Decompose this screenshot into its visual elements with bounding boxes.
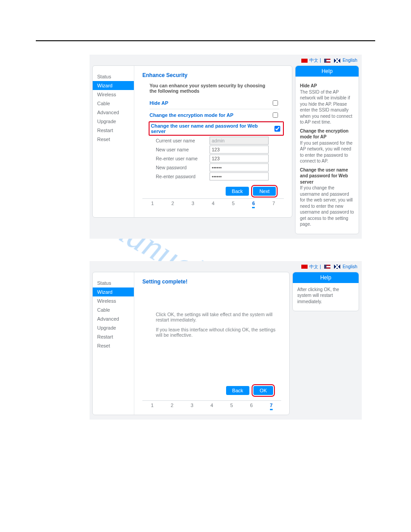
new-username-input[interactable] <box>210 146 269 154</box>
section-encryption[interactable]: Change the encryption mode for AP <box>150 109 279 121</box>
sidebar-item-upgrade[interactable]: Upgrade <box>93 117 134 126</box>
step-2[interactable]: 2 <box>171 403 173 410</box>
step-1[interactable]: 1 <box>151 201 154 208</box>
sidebar-item-advanced[interactable]: Advanced <box>93 314 134 323</box>
lang-en-link[interactable]: English <box>342 264 357 269</box>
step-7[interactable]: 7 <box>272 201 275 208</box>
new-username-label: New user name <box>156 147 210 152</box>
complete-msg2: If you leave this interface without clic… <box>156 327 281 338</box>
step-7[interactable]: 7 <box>270 403 273 410</box>
sidebar-item-reset[interactable]: Reset <box>93 341 134 350</box>
flag-cn-icon <box>301 265 308 269</box>
sidebar-item-wireless[interactable]: Wireless <box>93 296 134 305</box>
reenter-username-label: Re-enter user name <box>156 156 210 161</box>
step-5[interactable]: 5 <box>232 201 235 208</box>
step-indicator: 1 2 3 4 5 6 7 <box>142 400 281 410</box>
language-bar: 中文 | English <box>92 263 359 272</box>
step-4[interactable]: 4 <box>212 201 214 208</box>
complete-msg1: Click OK, the settings will take effect … <box>156 312 281 322</box>
sidebar-item-reset[interactable]: Reset <box>93 135 134 144</box>
sidebar-item-upgrade[interactable]: Upgrade <box>93 323 134 332</box>
help-h2: Change the encryption mode for AP <box>300 128 354 140</box>
help-header: Help <box>293 272 359 283</box>
step-1[interactable]: 1 <box>151 403 154 410</box>
screenshot-step7: 中文 | English Status Wizard Wireless Cabl… <box>90 261 362 420</box>
page-rule <box>36 40 375 41</box>
flag-uk-icon <box>334 59 340 63</box>
step-6[interactable]: 6 <box>250 403 253 410</box>
reenter-password-input[interactable] <box>210 172 269 180</box>
sidebar-item-status[interactable]: Status <box>93 72 134 81</box>
sidebar: Status Wizard Wireless Cable Advanced Up… <box>93 66 134 217</box>
lang-en-link[interactable]: English <box>342 58 357 63</box>
page-title: Enhance Security <box>142 72 284 78</box>
step-indicator: 1 2 3 4 5 6 7 <box>142 198 284 208</box>
ok-button[interactable]: OK <box>253 386 273 395</box>
lang-sep: | <box>320 264 322 269</box>
flag-cn-icon <box>301 59 308 63</box>
sidebar-item-cable[interactable]: Cable <box>93 99 134 108</box>
help-p1: After clicking OK, the system will resta… <box>297 287 339 304</box>
step-5[interactable]: 5 <box>230 403 233 410</box>
help-h1: Hide AP <box>300 83 354 89</box>
help-p1: The SSID of the AP network will be invis… <box>300 90 352 125</box>
lang-cn-link[interactable]: 中文 <box>309 58 318 63</box>
new-password-label: New password <box>156 165 210 170</box>
encryption-checkbox[interactable] <box>273 112 278 118</box>
next-button[interactable]: Next <box>253 187 276 196</box>
sidebar-item-wizard[interactable]: Wizard <box>93 81 134 90</box>
lang-cn-link[interactable]: 中文 <box>309 264 318 269</box>
section-hide-ap-label: Hide AP <box>150 100 168 106</box>
flag-us-icon <box>324 59 330 63</box>
current-username-input <box>210 137 269 145</box>
sidebar-item-cable[interactable]: Cable <box>93 305 134 314</box>
sidebar-item-restart[interactable]: Restart <box>93 126 134 135</box>
flag-uk-icon <box>334 265 340 269</box>
help-p3: If you change the username and password … <box>300 185 354 227</box>
reenter-password-label: Re-enter password <box>156 174 210 179</box>
sidebar-item-wireless[interactable]: Wireless <box>93 90 134 99</box>
hide-ap-checkbox[interactable] <box>273 100 278 106</box>
sidebar: Status Wizard Wireless Cable Advanced Up… <box>93 272 134 415</box>
sidebar-item-wizard[interactable]: Wizard <box>93 287 134 296</box>
help-h3: Change the user name and password for We… <box>300 167 354 185</box>
step-6[interactable]: 6 <box>252 201 255 208</box>
step-4[interactable]: 4 <box>210 403 213 410</box>
intro-text: You can enhance your system security by … <box>150 83 266 94</box>
webserver-checkbox[interactable] <box>274 126 280 132</box>
new-password-input[interactable] <box>210 163 269 172</box>
step-3[interactable]: 3 <box>191 403 193 410</box>
step-2[interactable]: 2 <box>171 201 174 208</box>
page-title: Setting complete! <box>142 279 281 285</box>
back-button[interactable]: Back <box>226 386 249 395</box>
section-webserver-credentials[interactable]: Change the user name and password for We… <box>149 121 284 136</box>
screenshot-step6: 中文 | English Status Wizard Wireless Cabl… <box>90 55 362 239</box>
step-3[interactable]: 3 <box>192 201 194 208</box>
flag-us-icon <box>324 265 330 269</box>
current-username-label: Current user name <box>156 138 210 143</box>
sidebar-item-advanced[interactable]: Advanced <box>93 108 134 117</box>
back-button[interactable]: Back <box>226 187 249 196</box>
help-header: Help <box>295 66 359 77</box>
section-hide-ap[interactable]: Hide AP <box>150 97 279 109</box>
language-bar: 中文 | English <box>92 56 359 65</box>
section-encryption-label: Change the encryption mode for AP <box>150 112 233 118</box>
sidebar-item-status[interactable]: Status <box>93 279 134 287</box>
section-webserver-label: Change the user name and password for We… <box>151 123 273 134</box>
lang-sep: | <box>320 58 322 63</box>
help-p2: If you set password for the AP network, … <box>300 141 352 164</box>
sidebar-item-restart[interactable]: Restart <box>93 332 134 341</box>
reenter-username-input[interactable] <box>210 154 269 163</box>
